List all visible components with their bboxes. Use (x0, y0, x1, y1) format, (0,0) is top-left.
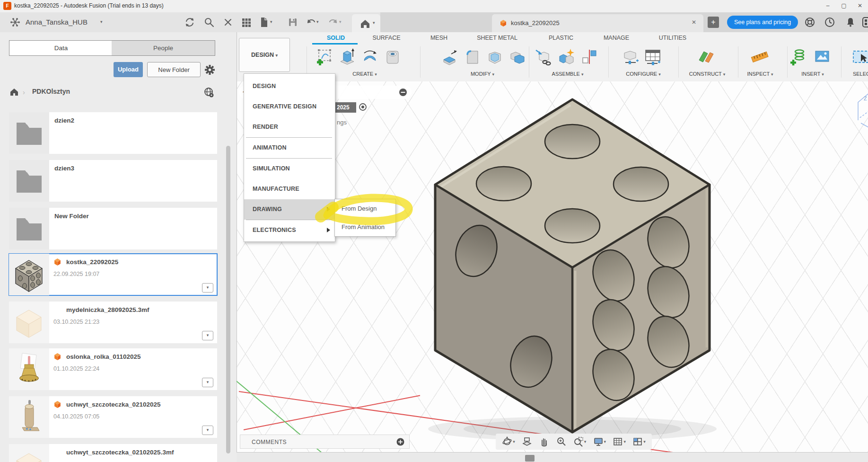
browser-minus-icon[interactable] (399, 88, 407, 97)
list-item-folder[interactable]: dzien2 (9, 112, 217, 154)
list-item-design[interactable]: oslonka_rolka_01102025 01.10.2025 22:24 … (9, 348, 217, 390)
hub-icon[interactable] (9, 17, 21, 28)
tab-surface[interactable]: SURFACE (372, 35, 400, 41)
globe-icon[interactable] (203, 87, 214, 98)
save-icon[interactable] (288, 17, 298, 27)
insert-mesh-icon[interactable] (789, 46, 808, 67)
minimize-button[interactable]: – (820, 0, 836, 12)
tab-sheet-metal[interactable]: SHEET METAL (477, 35, 517, 41)
workspace-selector-button[interactable]: DESIGN ▾ (239, 38, 290, 72)
tab-people[interactable]: People (112, 40, 215, 56)
hub-name[interactable]: Anna_Tanska_HUB (26, 18, 88, 26)
home-view-button[interactable]: ▾ (352, 14, 380, 32)
group-create[interactable]: CREATE ▾ (352, 71, 377, 77)
tab-data[interactable]: Data (9, 40, 113, 56)
dice-3d-model[interactable] (426, 95, 719, 440)
search-icon[interactable] (204, 17, 214, 27)
item-actions-dropdown[interactable]: ▾ (202, 378, 213, 387)
orbit-tool[interactable]: ▾ (502, 436, 515, 447)
construct-plane-icon[interactable] (697, 46, 716, 67)
submenu-item-from-design[interactable]: From Design (335, 199, 395, 218)
list-item-folder[interactable]: New Folder (9, 208, 217, 249)
list-item-mesh[interactable]: mydelniczka_28092025.3mf 03.10.2025 21:2… (9, 302, 217, 343)
sidebar-scrollbar[interactable] (226, 146, 230, 453)
group-inspect[interactable]: INSPECT ▾ (747, 71, 773, 77)
viewports-tool[interactable]: ▾ (632, 436, 646, 447)
configuration-table-icon[interactable] (643, 46, 662, 67)
zoom-window-tool[interactable]: ▾ (573, 436, 587, 447)
history-clock-icon[interactable] (824, 17, 835, 28)
look-at-tool[interactable] (522, 436, 532, 447)
new-folder-button[interactable]: New Folder (147, 62, 201, 77)
combine-icon[interactable] (508, 46, 527, 67)
breadcrumb-folder[interactable]: PDKOlsztyn (32, 88, 70, 95)
close-panel-icon[interactable] (223, 17, 233, 27)
document-tab[interactable]: kostka_22092025 ✕ (492, 14, 703, 32)
redo-icon[interactable] (328, 18, 339, 27)
group-modify[interactable]: MODIFY ▾ (471, 71, 494, 77)
item-actions-dropdown[interactable]: ▾ (202, 283, 213, 293)
measure-icon[interactable] (750, 46, 769, 67)
insert-canvas-icon[interactable] (813, 46, 832, 67)
hub-chevron-down-icon[interactable]: ▾ (100, 19, 103, 24)
menu-item-electronics[interactable]: ELECTRONICS (244, 220, 335, 240)
extrude-icon[interactable] (338, 46, 357, 67)
item-actions-dropdown[interactable]: ▾ (202, 331, 213, 340)
apps-grid-icon[interactable] (241, 17, 251, 27)
revolve-icon[interactable] (360, 46, 379, 67)
group-assemble[interactable]: ASSEMBLE ▾ (552, 71, 584, 77)
item-actions-dropdown[interactable]: ▾ (202, 426, 213, 435)
tab-manage[interactable]: MANAGE (604, 35, 629, 41)
undo-icon[interactable] (306, 18, 316, 27)
group-configure[interactable]: CONFIGURE ▾ (626, 71, 661, 77)
timeline-marker[interactable] (525, 455, 535, 462)
tab-utilities[interactable]: UTILITIES (659, 35, 686, 41)
select-icon[interactable] (852, 46, 868, 67)
group-construct[interactable]: CONSTRUCT ▾ (689, 71, 725, 77)
new-tab-button[interactable]: + (708, 17, 719, 28)
as-built-joint-icon[interactable] (580, 46, 599, 67)
gear-icon[interactable] (204, 64, 215, 75)
viewcube-partial[interactable]: Z (851, 91, 868, 133)
document-settings-fragment[interactable]: ngs (337, 119, 347, 126)
help-icon[interactable] (804, 17, 815, 28)
menu-item-animation[interactable]: ANIMATION (244, 138, 335, 158)
pan-tool[interactable] (539, 436, 549, 447)
list-item-mesh[interactable]: uchwyt_szczoteczka_02102025.3mf (9, 444, 217, 462)
visibility-radio-icon[interactable] (359, 103, 367, 111)
submenu-item-from-animation[interactable]: From Animation (335, 218, 395, 236)
menu-item-generative-design[interactable]: GENERATIVE DESIGN (244, 97, 335, 117)
tab-solid[interactable]: SOLID (327, 35, 345, 41)
new-document-chevron-icon[interactable]: ▾ (270, 19, 272, 24)
see-plans-button[interactable]: See plans and pricing (727, 16, 798, 29)
joint-icon[interactable] (557, 46, 576, 67)
add-comment-icon[interactable] (396, 438, 404, 446)
group-select[interactable]: SELECT ▾ (853, 71, 868, 77)
display-settings-tool[interactable]: ▾ (593, 436, 606, 447)
tab-mesh[interactable]: MESH (430, 35, 447, 41)
browser-document-name-fragment[interactable]: 2025 (334, 102, 356, 113)
menu-item-render[interactable]: RENDER (244, 117, 335, 137)
upload-button[interactable]: Upload (114, 62, 143, 77)
notifications-bell-icon[interactable] (845, 17, 856, 28)
hole-icon[interactable] (383, 46, 402, 67)
group-insert[interactable]: INSERT ▾ (801, 71, 824, 77)
undo-chevron-icon[interactable]: ▾ (316, 19, 319, 24)
new-component-icon[interactable] (535, 46, 553, 67)
breadcrumb-home-icon[interactable] (9, 87, 19, 96)
close-window-button[interactable]: ✕ (852, 0, 868, 12)
menu-item-drawing[interactable]: DRAWING (244, 199, 335, 220)
fillet-icon[interactable] (463, 46, 482, 67)
grid-snaps-tool[interactable]: ▾ (613, 436, 626, 447)
press-pull-icon[interactable] (440, 46, 459, 67)
new-document-icon[interactable] (259, 17, 269, 28)
list-item-folder[interactable]: dzien3 (9, 160, 217, 202)
menu-item-manufacture[interactable]: MANUFACTURE (244, 179, 335, 199)
shell-icon[interactable] (485, 46, 504, 67)
list-item-design[interactable]: uchwyt_szczoteczka_02102025 04.10.2025 0… (9, 396, 217, 438)
menu-item-design[interactable]: DESIGN (244, 76, 335, 97)
zoom-tool[interactable] (556, 436, 567, 447)
configure-icon[interactable] (621, 46, 640, 67)
maximize-button[interactable]: ▢ (836, 0, 852, 12)
close-tab-icon[interactable]: ✕ (692, 19, 696, 26)
